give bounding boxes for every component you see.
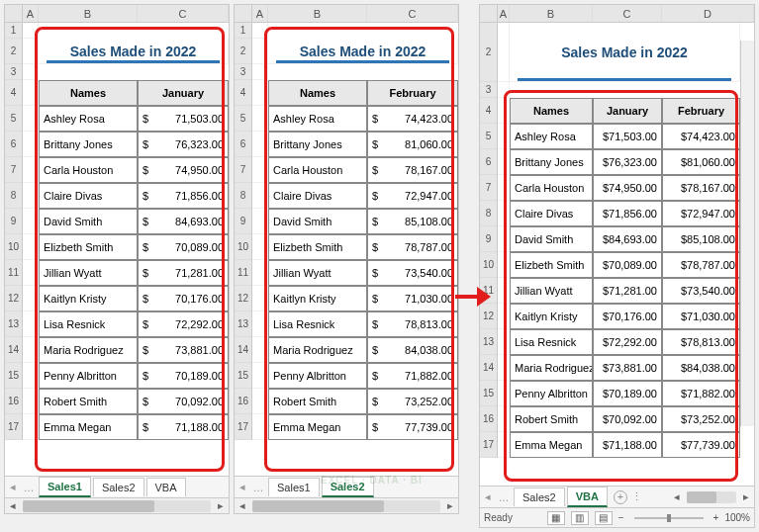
name-cell[interactable]: Lisa Resnick xyxy=(510,329,593,355)
jan-cell[interactable]: $70,176.00 xyxy=(593,304,662,329)
row-header[interactable]: 11 xyxy=(480,278,498,304)
feb-cell[interactable]: $85,108.00 xyxy=(662,226,740,252)
col-names-header[interactable]: Names xyxy=(510,98,593,124)
gutter-cell[interactable] xyxy=(23,337,39,363)
name-cell[interactable]: Kaitlyn Kristy xyxy=(39,286,138,311)
gutter-cell[interactable] xyxy=(498,252,510,278)
value-cell[interactable]: $77,739.00 xyxy=(367,414,458,440)
tab-sales2[interactable]: Sales2 xyxy=(514,488,565,506)
scroll-left-icon[interactable]: ◂ xyxy=(5,499,21,513)
row-header[interactable]: 15 xyxy=(5,363,23,389)
row-header[interactable]: 5 xyxy=(235,106,252,132)
name-cell[interactable]: Ashley Rosa xyxy=(510,124,593,149)
col-jan-header[interactable]: January xyxy=(593,98,662,124)
gutter-cell[interactable] xyxy=(498,304,510,329)
row-header[interactable]: 2 xyxy=(5,39,23,64)
gutter-cell[interactable] xyxy=(252,234,268,260)
row-header[interactable]: 16 xyxy=(5,389,23,414)
name-cell[interactable]: Claire Divas xyxy=(39,183,138,209)
row-header[interactable]: 3 xyxy=(5,64,23,80)
name-cell[interactable]: Claire Divas xyxy=(510,201,593,226)
value-cell[interactable]: $71,856.00 xyxy=(138,183,229,209)
name-cell[interactable]: Ashley Rosa xyxy=(39,106,138,132)
scroll-right-icon[interactable]: ▸ xyxy=(738,490,754,504)
name-cell[interactable]: David Smith xyxy=(39,209,138,234)
jan-cell[interactable]: $74,950.00 xyxy=(593,175,662,201)
feb-cell[interactable]: $78,787.00 xyxy=(662,252,740,278)
tab-sales2[interactable]: Sales2 xyxy=(93,478,144,496)
name-cell[interactable]: Brittany Jones xyxy=(510,149,593,175)
gutter-cell[interactable] xyxy=(23,80,39,106)
row-header[interactable]: 5 xyxy=(480,124,498,149)
name-cell[interactable]: Maria Rodriguez xyxy=(510,355,593,381)
zoom-slider[interactable] xyxy=(634,517,704,519)
value-cell[interactable]: $78,813.00 xyxy=(367,311,458,337)
gutter-cell[interactable] xyxy=(498,124,510,149)
row-header[interactable]: 13 xyxy=(480,329,498,355)
value-cell[interactable]: $85,108.00 xyxy=(367,209,458,234)
gutter-cell[interactable] xyxy=(498,226,510,252)
name-cell[interactable]: Elizbeth Smith xyxy=(510,252,593,278)
name-cell[interactable]: Penny Albritton xyxy=(268,363,367,389)
col-names-header[interactable]: Names xyxy=(268,80,367,106)
col-header-c[interactable]: C xyxy=(367,5,458,22)
row-header[interactable]: 9 xyxy=(5,209,23,234)
page-layout-button[interactable]: ▥ xyxy=(571,511,589,525)
zoom-in-icon[interactable]: + xyxy=(713,512,719,523)
name-cell[interactable]: Penny Albritton xyxy=(510,381,593,406)
row-header[interactable]: 17 xyxy=(480,432,498,458)
value-cell[interactable]: $84,693.00 xyxy=(138,209,229,234)
gutter-cell[interactable] xyxy=(498,381,510,406)
gutter-cell[interactable] xyxy=(252,337,268,363)
row-header[interactable]: 1 xyxy=(235,23,252,39)
page-break-button[interactable]: ▤ xyxy=(595,511,613,525)
tab-nav-next[interactable]: … xyxy=(250,482,266,493)
horizontal-scrollbar[interactable]: ◂ ▸ xyxy=(5,497,229,513)
col-header-a[interactable]: A xyxy=(252,5,268,22)
vertical-scrollbar[interactable] xyxy=(740,41,754,426)
value-cell[interactable]: $70,176.00 xyxy=(138,286,229,311)
gutter-cell[interactable] xyxy=(252,286,268,311)
horizontal-scrollbar[interactable]: ◂ ▸ xyxy=(235,497,458,513)
value-cell[interactable]: $70,189.00 xyxy=(138,363,229,389)
row-header[interactable]: 17 xyxy=(235,414,252,440)
name-cell[interactable]: Penny Albritton xyxy=(39,363,138,389)
name-cell[interactable]: Kaitlyn Kristy xyxy=(510,304,593,329)
gutter-cell[interactable] xyxy=(252,23,268,39)
value-cell[interactable]: $71,188.00 xyxy=(138,414,229,440)
gutter-cell[interactable] xyxy=(252,80,268,106)
value-cell[interactable]: $74,950.00 xyxy=(138,157,229,183)
scroll-track[interactable] xyxy=(687,491,736,503)
row-header[interactable]: 14 xyxy=(480,355,498,381)
name-cell[interactable]: Ashley Rosa xyxy=(268,106,367,132)
feb-cell[interactable]: $73,252.00 xyxy=(662,406,740,432)
name-cell[interactable]: Robert Smith xyxy=(510,406,593,432)
gutter-cell[interactable] xyxy=(252,363,268,389)
col-header-b[interactable]: B xyxy=(510,5,593,22)
name-cell[interactable]: Claire Divas xyxy=(268,183,367,209)
gutter-cell[interactable] xyxy=(252,39,268,64)
select-all-corner[interactable] xyxy=(480,5,498,22)
gutter-cell[interactable] xyxy=(252,106,268,132)
row-header[interactable]: 13 xyxy=(235,311,252,337)
row-header[interactable]: 2 xyxy=(235,39,252,64)
value-cell[interactable]: $71,030.00 xyxy=(367,286,458,311)
jan-cell[interactable]: $71,856.00 xyxy=(593,201,662,226)
name-cell[interactable]: Brittany Jones xyxy=(268,132,367,157)
gutter-cell[interactable] xyxy=(23,106,39,132)
normal-view-button[interactable]: ▦ xyxy=(547,511,565,525)
select-all-corner[interactable] xyxy=(235,5,252,22)
row-header[interactable]: 12 xyxy=(480,304,498,329)
gutter-cell[interactable] xyxy=(498,98,510,124)
new-sheet-button[interactable]: + xyxy=(614,490,627,504)
tab-nav-prev[interactable]: ◂ xyxy=(5,481,21,493)
row-header[interactable]: 7 xyxy=(235,157,252,183)
name-cell[interactable]: Jillian Wyatt xyxy=(510,278,593,304)
row-header[interactable]: 3 xyxy=(235,64,252,80)
feb-cell[interactable]: $84,038.00 xyxy=(662,355,740,381)
value-cell[interactable]: $76,323.00 xyxy=(138,132,229,157)
tab-sales2[interactable]: Sales2 xyxy=(322,477,374,497)
gutter-cell[interactable] xyxy=(23,363,39,389)
gutter-cell[interactable] xyxy=(252,389,268,414)
tab-vba[interactable]: VBA xyxy=(146,478,186,496)
